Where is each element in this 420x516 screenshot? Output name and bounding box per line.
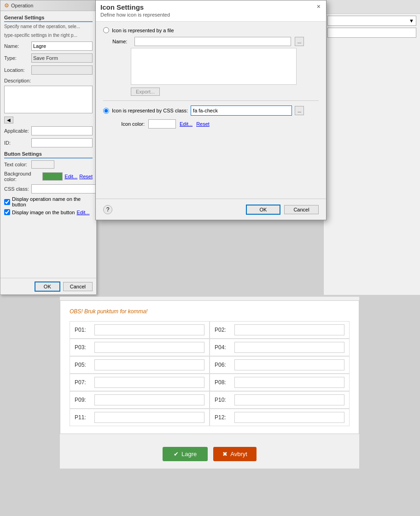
form-input-p05[interactable] [94, 359, 204, 370]
display-image-checkbox[interactable] [4, 209, 10, 215]
display-image-label: Display image on the button [12, 210, 75, 215]
right-panel: ▼ [323, 0, 420, 295]
form-cell-p05: P05: [70, 356, 210, 374]
id-input[interactable] [31, 138, 93, 147]
form-input-p11[interactable] [94, 412, 204, 423]
dialog-body: Icon is represented by a file Name: ... … [96, 22, 326, 134]
form-input-p06[interactable] [234, 359, 344, 370]
form-cell-p02: P02: [210, 321, 350, 339]
icon-color-edit-btn[interactable]: Edit... [180, 121, 192, 127]
dialog-title-sub: Define how icon is represented [100, 12, 170, 18]
dropdown-arrow: ▼ [409, 18, 414, 23]
name-field-input[interactable] [134, 37, 291, 46]
form-cell-p03: P03: [70, 339, 210, 356]
icon-color-reset-btn[interactable]: Reset [196, 121, 210, 127]
text-color-row: Text color: [4, 160, 93, 169]
display-name-checkbox[interactable] [4, 199, 10, 205]
bottom-actions: ✔ Lagre ✖ Avbryt [60, 440, 359, 469]
display-image-row: Display image on the button Edit... [4, 209, 93, 215]
css-class-label: CSS class: [4, 186, 29, 192]
general-section-title: General Settings [4, 15, 93, 22]
form-grid: P01: P02: P03: P04: P05: P06: P07: P08: … [70, 321, 350, 426]
applicable-row: Applicable: [4, 126, 93, 135]
icon-color-swatch[interactable] [148, 119, 176, 129]
name-field-row: Name: ... [112, 37, 319, 46]
description-label: Description: [4, 78, 31, 83]
applicable-input[interactable] [31, 126, 93, 135]
location-label: Location: [4, 67, 29, 73]
dialog-title-main: Icon Settings [100, 3, 170, 11]
display-name-row: Display operation name on the button [4, 196, 93, 207]
form-input-p08[interactable] [234, 377, 344, 388]
css-radio[interactable] [103, 108, 109, 114]
form-input-p10[interactable] [234, 394, 344, 405]
form-input-p01[interactable] [94, 324, 204, 335]
operation-title: Operation [11, 3, 33, 8]
applicable-label: Applicable: [4, 128, 29, 134]
form-input-p12[interactable] [234, 412, 344, 423]
form-input-p04[interactable] [234, 342, 344, 353]
operation-ok-btn[interactable]: OK [35, 281, 60, 292]
bg-edit-btn[interactable]: Edit... [64, 174, 77, 179]
description-textarea[interactable] [4, 86, 93, 113]
form-cell-p12: P12: [210, 409, 350, 426]
name-input[interactable] [31, 41, 93, 51]
export-btn[interactable]: Export... [131, 88, 160, 96]
file-radio[interactable] [103, 27, 109, 33]
form-card: OBS! Bruk punktum for komma! P01: P02: P… [60, 300, 359, 434]
type-label: Type: [4, 55, 29, 61]
dialog-ok-btn[interactable]: OK [246, 205, 280, 215]
dialog-close-btn[interactable]: × [316, 3, 321, 10]
form-cell-p07: P07: [70, 374, 210, 391]
display-image-edit-btn[interactable]: Edit... [76, 210, 89, 215]
lagre-btn[interactable]: ✔ Lagre [163, 447, 208, 461]
bg-color-label: Background color: [4, 171, 41, 182]
type-row: Type: [4, 53, 93, 63]
right-panel-dropdown[interactable]: ▼ [327, 16, 416, 26]
button-section-title: Button Settings [4, 151, 93, 158]
op-icon: ⚙ [4, 2, 9, 9]
name-browse-btn[interactable]: ... [295, 37, 304, 46]
form-input-p02[interactable] [234, 324, 344, 335]
description-label-row: Description: [4, 77, 93, 84]
bg-color-row: Background color: Edit... Reset [4, 171, 93, 182]
right-panel-header [324, 0, 420, 14]
css-class-value-input[interactable] [191, 106, 292, 116]
type-input[interactable] [31, 53, 93, 63]
name-field-label: Name: [112, 39, 131, 44]
help-icon[interactable]: ? [103, 205, 112, 214]
text-color-swatch[interactable] [31, 160, 54, 169]
dialog-cancel-btn[interactable]: Cancel [284, 205, 319, 214]
file-radio-row: Icon is represented by a file [103, 27, 319, 33]
bg-color-swatch[interactable] [42, 172, 63, 181]
form-input-p07[interactable] [94, 377, 204, 388]
icon-settings-dialog: Icon Settings Define how icon is represe… [95, 0, 327, 220]
css-browse-btn[interactable]: ... [295, 106, 304, 115]
general-desc2: type-specific settings in the right p... [4, 33, 93, 38]
icon-color-label: Icon color: [112, 121, 145, 127]
location-row: Location: [4, 65, 93, 75]
form-cell-p10: P10: [210, 391, 350, 409]
icon-color-row: Icon color: Edit... Reset [112, 119, 319, 129]
form-input-p09[interactable] [94, 394, 204, 405]
display-name-label: Display operation name on the button [12, 196, 93, 207]
form-label-p12: P12: [215, 414, 231, 421]
name-row: Name: [4, 41, 93, 51]
scroll-left-btn[interactable]: ◀ [4, 117, 13, 123]
form-input-p03[interactable] [94, 342, 204, 353]
location-input[interactable] [31, 65, 93, 75]
form-label-p08: P08: [215, 379, 231, 386]
avbryt-btn[interactable]: ✖ Avbryt [213, 447, 257, 461]
id-label: ID: [4, 140, 29, 146]
form-label-p05: P05: [75, 362, 91, 368]
form-cell-p01: P01: [70, 321, 210, 339]
dialog-footer: ? OK Cancel [96, 199, 326, 220]
form-label-p02: P02: [215, 327, 231, 333]
form-label-p06: P06: [215, 362, 231, 368]
right-panel-input[interactable] [327, 28, 416, 38]
form-label-p03: P03: [75, 344, 91, 351]
operation-cancel-btn[interactable]: Cancel [63, 282, 93, 291]
form-label-p11: P11: [75, 414, 91, 421]
bg-reset-btn[interactable]: Reset [79, 174, 93, 179]
scroll-row: ◀ [4, 117, 93, 123]
